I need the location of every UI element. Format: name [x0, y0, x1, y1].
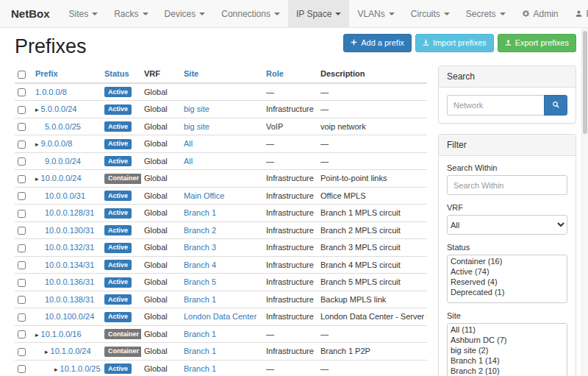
add-prefix-button[interactable]: Add a prefix	[343, 34, 412, 52]
site-link[interactable]: Branch 5	[184, 277, 216, 286]
row-checkbox[interactable]	[18, 296, 26, 304]
site-link[interactable]: Branch 2	[184, 226, 216, 235]
select-option[interactable]: Reserved (4)	[448, 277, 566, 287]
prefix-cell: 1.0.0.0/8	[32, 83, 101, 101]
nav-item-racks[interactable]: Racks	[106, 0, 156, 27]
expand-caret-icon[interactable]: ▸	[35, 175, 39, 182]
prefix-link[interactable]: 10.0.0.134/31	[45, 260, 94, 269]
nav-item-devices[interactable]: Devices	[157, 0, 214, 27]
row-checkbox[interactable]	[18, 123, 26, 131]
column-header-prefix[interactable]: Prefix	[32, 65, 101, 83]
prefix-link[interactable]: 5.0.0.0/24	[41, 104, 77, 113]
site-link[interactable]: London Data Center	[184, 312, 257, 321]
prefix-link[interactable]: 10.0.100.0/24	[45, 312, 94, 321]
nav-item-connections[interactable]: Connections	[213, 0, 288, 27]
site-link[interactable]: big site	[184, 104, 209, 113]
select-option[interactable]: big site (2)	[448, 345, 566, 355]
prefix-link[interactable]: 10.1.0.0/16	[41, 330, 82, 338]
site-cell: big site	[181, 101, 263, 118]
site-link[interactable]: All	[184, 157, 193, 166]
site-link[interactable]: big site	[184, 122, 209, 131]
prefix-link[interactable]: 1.0.0.0/8	[35, 88, 67, 96]
row-checkbox[interactable]	[18, 348, 26, 356]
nav-item-ip-space[interactable]: IP Space	[288, 0, 349, 27]
row-checkbox[interactable]	[18, 192, 26, 200]
row-checkbox[interactable]	[18, 157, 26, 166]
search-button[interactable]	[544, 95, 567, 116]
admin-link[interactable]: Admin	[514, 0, 567, 27]
row-checkbox[interactable]	[18, 261, 26, 269]
role-cell: —	[263, 135, 318, 153]
expand-caret-icon[interactable]: ▸	[35, 141, 39, 148]
nav-item-vlans[interactable]: VLANs	[349, 0, 402, 27]
site-link[interactable]: Branch 1	[184, 208, 216, 217]
row-checkbox[interactable]	[18, 313, 26, 322]
row-checkbox[interactable]	[18, 330, 26, 338]
column-header-status[interactable]: Status	[101, 65, 141, 83]
row-checkbox[interactable]	[18, 141, 26, 149]
select-option[interactable]: Branch 1 (14)	[448, 355, 566, 366]
prefix-link[interactable]: 9.0.0.0/8	[41, 139, 73, 148]
select-option[interactable]: All (11)	[448, 324, 566, 335]
status-badge: Active	[104, 277, 132, 288]
expand-caret-icon[interactable]: ▸	[45, 348, 49, 355]
site-link[interactable]: All	[184, 139, 193, 148]
nav-item-sites[interactable]: Sites	[61, 0, 107, 27]
site-link[interactable]: Branch 1	[184, 364, 216, 373]
select-all-checkbox[interactable]	[18, 71, 26, 79]
site-link[interactable]: Branch 1	[184, 330, 216, 338]
prefix-link[interactable]: 10.0.0.0/24	[41, 174, 82, 182]
row-checkbox[interactable]	[18, 88, 26, 96]
row-checkbox[interactable]	[18, 279, 26, 287]
row-checkbox[interactable]	[18, 365, 26, 373]
nav-item-circuits[interactable]: Circuits	[403, 0, 458, 27]
description-cell: Branch 1 P2P	[318, 343, 427, 361]
profile-link[interactable]: Profile	[567, 0, 588, 27]
row-checkbox[interactable]	[18, 210, 26, 218]
site-cell: Branch 5	[181, 274, 263, 291]
row-checkbox[interactable]	[18, 227, 26, 235]
status-badge: Active	[104, 87, 132, 97]
select-option[interactable]: Deprecated (1)	[448, 287, 566, 297]
search-input[interactable]	[447, 95, 544, 116]
site-link[interactable]: Branch 1	[184, 347, 216, 355]
prefix-link[interactable]: 10.0.0.138/31	[45, 295, 94, 304]
prefix-link[interactable]: 9.0.0.0/24	[45, 157, 81, 166]
nav-item-secrets[interactable]: Secrets	[458, 0, 514, 27]
search-within-input[interactable]	[447, 175, 567, 195]
column-header-role[interactable]: Role	[263, 65, 318, 83]
prefix-link[interactable]: 10.0.0.0/31	[45, 191, 85, 200]
site-select[interactable]: All (11)Ashburn DC (7)big site (2)Branch…	[447, 323, 567, 376]
site-link[interactable]: Branch 1	[184, 295, 216, 304]
row-checkbox[interactable]	[18, 244, 26, 252]
role-cell: Infrastructure	[263, 205, 318, 222]
site-link[interactable]: Branch 4	[184, 260, 216, 269]
select-option[interactable]: Ashburn DC (7)	[448, 335, 566, 345]
export-prefixes-button[interactable]: Export prefixes	[498, 34, 576, 52]
import-prefixes-button[interactable]: Import prefixes	[415, 34, 494, 52]
site-link[interactable]: Main Office	[184, 191, 224, 200]
prefix-link[interactable]: 5.0.0.0/25	[45, 122, 81, 131]
select-option[interactable]: Branch 2 (10)	[448, 366, 566, 376]
expand-caret-icon[interactable]: ▸	[54, 366, 58, 373]
prefix-link[interactable]: 10.0.0.130/31	[45, 226, 94, 235]
row-checkbox[interactable]	[18, 106, 26, 114]
prefix-link[interactable]: 10.1.0.0/25	[60, 364, 101, 373]
select-option[interactable]: Active (74)	[448, 266, 566, 277]
prefix-link[interactable]: 10.0.0.132/31	[45, 243, 94, 252]
column-header-site[interactable]: Site	[181, 65, 263, 83]
brand-logo[interactable]: NetBox	[0, 0, 61, 27]
window-scrollbar[interactable]	[581, 28, 588, 376]
row-checkbox[interactable]	[18, 175, 26, 183]
prefix-link[interactable]: 10.0.0.128/31	[45, 208, 94, 217]
expand-caret-icon[interactable]: ▸	[35, 331, 39, 338]
expand-caret-icon[interactable]: ▸	[35, 106, 39, 113]
select-option[interactable]: Container (16)	[448, 256, 566, 266]
site-link[interactable]: Branch 3	[184, 243, 216, 252]
description-cell: Point-to-point links	[318, 170, 427, 188]
scrollbar-thumb[interactable]	[583, 31, 587, 134]
prefix-link[interactable]: 10.0.0.136/31	[45, 277, 94, 286]
status-select[interactable]: Container (16)Active (74)Reserved (4)Dep…	[447, 255, 567, 303]
prefix-link[interactable]: 10.1.0.0/24	[51, 347, 91, 355]
vrf-select[interactable]: All	[447, 215, 567, 235]
